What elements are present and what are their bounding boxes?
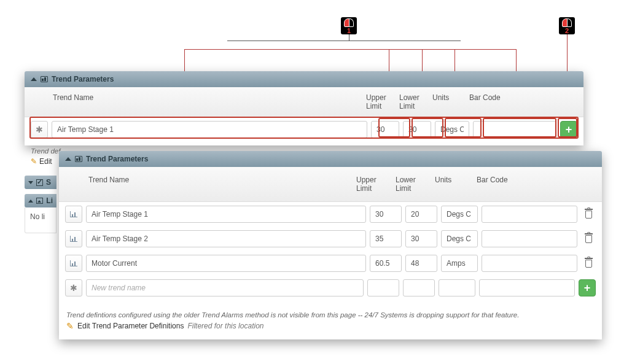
trend-parameters-panel-compact: Trend Parameters Trend Name Upper Limit … bbox=[25, 71, 583, 145]
trash-icon bbox=[585, 235, 592, 243]
new-row-marker: ✱ bbox=[65, 279, 82, 296]
col-bar-code: Bar Code bbox=[467, 92, 558, 112]
trend-name-input[interactable] bbox=[86, 206, 366, 223]
panel-stub-li[interactable]: Li bbox=[25, 194, 57, 207]
pencil-icon: ✎ bbox=[31, 157, 37, 166]
trend-name-input[interactable] bbox=[86, 279, 364, 296]
guide-line bbox=[227, 41, 461, 41]
edit-link-suffix: Filtered for this location bbox=[187, 322, 263, 330]
upper-limit-input[interactable] bbox=[371, 121, 399, 138]
pencil-icon: ✎ bbox=[66, 321, 74, 331]
star-icon: ✱ bbox=[70, 284, 77, 292]
barcode-input[interactable] bbox=[479, 279, 575, 296]
delete-row-button[interactable] bbox=[581, 207, 596, 222]
col-trend-name: Trend Name bbox=[50, 92, 364, 112]
barcode-input[interactable] bbox=[482, 230, 577, 247]
col-lower-limit: Lower Limit bbox=[393, 174, 432, 194]
units-input[interactable] bbox=[435, 121, 469, 138]
checkbox-icon bbox=[36, 179, 43, 186]
lower-limit-input[interactable] bbox=[405, 255, 437, 272]
collapse-caret-icon bbox=[65, 157, 71, 161]
panel-header[interactable]: Trend Parameters bbox=[59, 151, 602, 167]
add-trend-button[interactable]: + bbox=[579, 279, 596, 296]
col-upper-limit: Upper Limit bbox=[364, 92, 397, 112]
row-chart-button[interactable] bbox=[65, 206, 82, 223]
upper-limit-input[interactable] bbox=[370, 206, 402, 223]
col-lower-limit: Lower Limit bbox=[397, 92, 430, 112]
upper-limit-input[interactable] bbox=[370, 255, 402, 272]
trend-name-input[interactable] bbox=[52, 121, 367, 138]
col-units: Units bbox=[432, 174, 474, 194]
barcode-input[interactable] bbox=[482, 206, 577, 223]
caret-up-icon bbox=[28, 199, 33, 203]
table-header: Trend Name Upper Limit Lower Limit Units… bbox=[25, 87, 583, 117]
units-input[interactable] bbox=[439, 279, 475, 296]
chart-icon bbox=[41, 76, 48, 82]
trash-icon bbox=[585, 211, 592, 219]
trend-row bbox=[59, 251, 602, 276]
row-chart-button[interactable] bbox=[65, 230, 82, 247]
trend-row bbox=[59, 227, 602, 251]
panel-header[interactable]: Trend Parameters bbox=[25, 71, 583, 87]
chart-icon bbox=[70, 236, 77, 242]
upper-limit-input[interactable] bbox=[367, 279, 399, 296]
panel-stub-li-body: No li bbox=[25, 207, 57, 233]
upper-limit-input[interactable] bbox=[370, 230, 402, 247]
trend-name-input[interactable] bbox=[86, 255, 366, 272]
delete-row-button[interactable] bbox=[581, 231, 596, 246]
chart-icon bbox=[75, 156, 82, 162]
note-fragment: Trend def bbox=[31, 147, 60, 155]
units-input[interactable] bbox=[441, 255, 478, 272]
collapse-caret-icon bbox=[31, 77, 37, 81]
chart-icon bbox=[70, 260, 77, 266]
guide-line bbox=[349, 34, 349, 41]
callout-1: 1 bbox=[341, 17, 357, 34]
lower-limit-input[interactable] bbox=[403, 121, 431, 138]
units-input[interactable] bbox=[441, 206, 478, 223]
panel-title: Trend Parameters bbox=[52, 75, 114, 83]
trend-row bbox=[59, 202, 602, 227]
chart-icon bbox=[70, 211, 77, 217]
callout-2: 2 bbox=[559, 17, 575, 34]
col-trend-name: Trend Name bbox=[86, 174, 354, 194]
delete-row-button[interactable] bbox=[581, 256, 596, 271]
barcode-input[interactable] bbox=[473, 121, 556, 138]
col-bar-code: Bar Code bbox=[474, 174, 577, 194]
trash-icon bbox=[585, 260, 592, 268]
star-icon: ✱ bbox=[36, 125, 43, 134]
edit-link-fragment[interactable]: ✎ Edit bbox=[31, 157, 52, 166]
row-chart-button[interactable] bbox=[65, 255, 82, 272]
lower-limit-input[interactable] bbox=[403, 279, 435, 296]
image-icon bbox=[36, 198, 43, 204]
edit-definitions-link[interactable]: ✎ Edit Trend Parameter Definitions Filte… bbox=[59, 319, 602, 339]
panel-title: Trend Parameters bbox=[86, 155, 148, 163]
new-trend-row: ✱ + bbox=[59, 276, 602, 300]
new-row-marker: ✱ bbox=[31, 121, 48, 138]
callout-1-number: 1 bbox=[347, 27, 351, 34]
new-trend-row: ✱ + bbox=[25, 117, 583, 145]
edit-link-text: Edit Trend Parameter Definitions bbox=[77, 322, 184, 330]
lower-limit-input[interactable] bbox=[405, 230, 437, 247]
trend-name-input[interactable] bbox=[86, 230, 366, 247]
lower-limit-input[interactable] bbox=[405, 206, 437, 223]
panel-stub-s[interactable]: S bbox=[25, 176, 57, 189]
add-trend-button[interactable]: + bbox=[560, 121, 577, 138]
units-input[interactable] bbox=[441, 230, 478, 247]
callout-2-number: 2 bbox=[565, 27, 569, 34]
barcode-input[interactable] bbox=[482, 255, 577, 272]
footer-note: Trend defintions configured using the ol… bbox=[59, 309, 602, 319]
caret-down-icon bbox=[28, 181, 33, 184]
trend-parameters-panel-full: Trend Parameters Trend Name Upper Limit … bbox=[59, 151, 602, 339]
table-header: Trend Name Upper Limit Lower Limit Units… bbox=[59, 167, 602, 202]
col-units: Units bbox=[430, 92, 467, 112]
col-upper-limit: Upper Limit bbox=[354, 174, 393, 194]
callout-connector bbox=[184, 49, 516, 50]
